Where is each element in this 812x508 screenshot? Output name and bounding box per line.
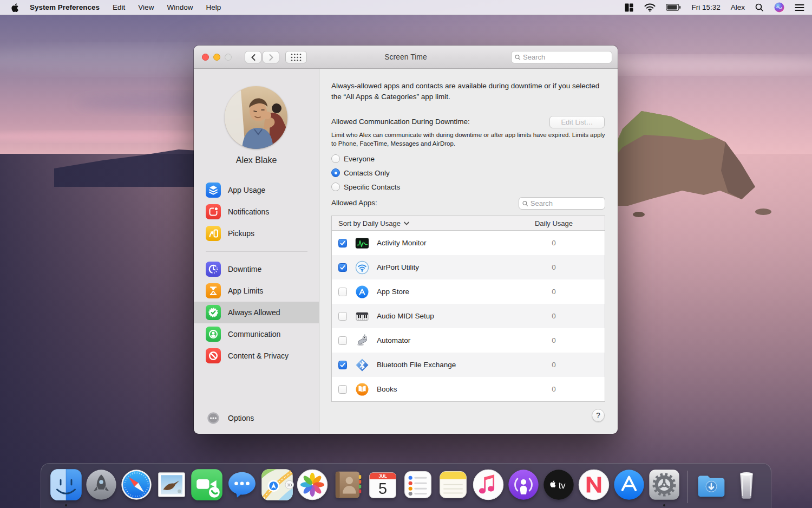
content-privacy-icon bbox=[206, 348, 221, 363]
table-row[interactable]: App Store 0 bbox=[332, 279, 605, 304]
table-row[interactable]: Bluetooth File Exchange 0 bbox=[332, 353, 605, 377]
activity-monitor-icon bbox=[355, 236, 369, 250]
options-icon bbox=[206, 411, 221, 426]
checkbox-unchecked[interactable] bbox=[338, 312, 347, 321]
app-name: App Store bbox=[377, 288, 409, 296]
dock-finder-icon[interactable] bbox=[49, 468, 83, 502]
sidebar-item-content-privacy[interactable]: Content & Privacy bbox=[194, 345, 319, 367]
window-manager-icon[interactable] bbox=[624, 3, 634, 12]
apple-menu-icon[interactable] bbox=[11, 3, 19, 12]
sidebar-item-app-usage[interactable]: App Usage bbox=[194, 179, 319, 201]
menubar-app-name[interactable]: System Preferences bbox=[30, 3, 100, 11]
dock-music-icon[interactable] bbox=[472, 468, 505, 502]
sidebar-label: Notifications bbox=[228, 207, 269, 216]
titlebar[interactable]: Screen Time bbox=[194, 45, 618, 69]
checkbox-unchecked[interactable] bbox=[338, 385, 347, 394]
battery-icon[interactable] bbox=[666, 4, 681, 11]
menu-window[interactable]: Window bbox=[167, 3, 193, 11]
app-name: Automator bbox=[377, 336, 410, 344]
dock-safari-icon[interactable] bbox=[120, 468, 153, 502]
menu-edit[interactable]: Edit bbox=[113, 3, 125, 11]
dock-podcasts-icon[interactable] bbox=[507, 468, 540, 502]
sidebar-label: Options bbox=[228, 414, 254, 422]
checkbox-checked[interactable] bbox=[338, 263, 347, 272]
sidebar-item-always-allowed[interactable]: Always Allowed bbox=[194, 302, 319, 323]
radio-circle[interactable] bbox=[331, 168, 340, 177]
help-button[interactable]: ? bbox=[592, 409, 605, 422]
dock-maps-icon[interactable]: 3D bbox=[260, 468, 294, 502]
dock-calendar-icon[interactable]: JUL5 bbox=[366, 468, 400, 502]
radio-everyone[interactable]: Everyone bbox=[331, 152, 375, 166]
dock-notes-icon[interactable] bbox=[436, 468, 470, 502]
menubar-clock[interactable]: Fri 15:32 bbox=[691, 3, 720, 11]
checkbox-unchecked[interactable] bbox=[338, 288, 347, 296]
checkbox-checked[interactable] bbox=[338, 361, 347, 369]
communication-description: Limit who Alex can communicate with duri… bbox=[331, 131, 606, 148]
app-usage: 0 bbox=[538, 263, 570, 271]
downtime-icon bbox=[206, 262, 221, 277]
profile-name: Alex Blake bbox=[194, 155, 319, 165]
toolbar-search-field[interactable] bbox=[511, 51, 612, 63]
sort-dropdown[interactable]: Sort by Daily Usage bbox=[332, 219, 409, 227]
dock-mail-icon[interactable] bbox=[155, 468, 188, 502]
apps-search-field[interactable] bbox=[519, 197, 605, 210]
usage-header: Daily Usage bbox=[524, 219, 584, 227]
table-row[interactable]: AirPort Utility 0 bbox=[332, 255, 605, 279]
app-usage: 0 bbox=[538, 336, 570, 344]
sidebar: Alex Blake App Usage Notifications Picku… bbox=[194, 69, 319, 434]
menubar-user[interactable]: Alex bbox=[731, 3, 745, 11]
dock-reminders-icon[interactable] bbox=[401, 468, 435, 502]
checkbox-unchecked[interactable] bbox=[338, 336, 347, 345]
wifi-icon[interactable] bbox=[644, 3, 656, 12]
app-limits-icon bbox=[206, 283, 221, 298]
radio-circle[interactable] bbox=[331, 154, 340, 163]
toolbar-search-input[interactable] bbox=[523, 53, 612, 61]
pickups-icon bbox=[206, 226, 221, 241]
sort-header-label: Sort by Daily Usage bbox=[338, 219, 401, 227]
dock-launchpad-icon[interactable] bbox=[84, 468, 118, 502]
sidebar-item-pickups[interactable]: Pickups bbox=[194, 223, 319, 244]
table-row[interactable]: Automator 0 bbox=[332, 328, 605, 353]
dock-downloads-icon[interactable] bbox=[695, 468, 728, 502]
airport-utility-icon bbox=[355, 260, 369, 275]
app-usage: 0 bbox=[538, 361, 570, 369]
siri-icon[interactable] bbox=[774, 2, 784, 12]
dock-divider bbox=[687, 471, 688, 503]
checkbox-checked[interactable] bbox=[338, 239, 347, 248]
allowed-communication-label: Allowed Communication During Downtime: bbox=[331, 118, 470, 126]
sidebar-item-downtime[interactable]: Downtime bbox=[194, 258, 319, 280]
dock-news-icon[interactable] bbox=[577, 468, 611, 502]
table-row[interactable]: Books 0 bbox=[332, 377, 605, 401]
dock-facetime-icon[interactable] bbox=[190, 468, 224, 502]
radio-circle[interactable] bbox=[331, 183, 340, 191]
dock-photos-icon[interactable] bbox=[296, 468, 329, 502]
sidebar-item-options[interactable]: Options bbox=[194, 407, 319, 429]
dock-contacts-icon[interactable] bbox=[331, 468, 364, 502]
dock-system-preferences-icon[interactable] bbox=[647, 468, 681, 502]
dock-trash-icon[interactable] bbox=[730, 468, 763, 502]
app-usage: 0 bbox=[538, 288, 570, 296]
avatar[interactable] bbox=[225, 86, 287, 149]
sidebar-item-notifications[interactable]: Notifications bbox=[194, 201, 319, 223]
table-row[interactable]: Audio MIDI Setup 0 bbox=[332, 304, 605, 328]
app-name: Books bbox=[377, 385, 397, 393]
sidebar-divider bbox=[206, 251, 307, 252]
radio-contacts-only[interactable]: Contacts Only bbox=[331, 166, 390, 180]
notification-center-icon[interactable] bbox=[795, 4, 804, 11]
dock: 3D JUL5 tv bbox=[41, 463, 771, 508]
table-row[interactable]: Activity Monitor 0 bbox=[332, 231, 605, 255]
menu-view[interactable]: View bbox=[138, 3, 154, 11]
running-indicator bbox=[663, 504, 665, 506]
apps-search-input[interactable] bbox=[531, 199, 605, 207]
chevron-down-icon bbox=[404, 222, 409, 225]
dock-messages-icon[interactable] bbox=[225, 468, 259, 502]
app-store-icon bbox=[355, 285, 369, 299]
sidebar-item-communication[interactable]: Communication bbox=[194, 323, 319, 345]
radio-specific-contacts[interactable]: Specific Contacts bbox=[331, 180, 400, 194]
menu-help[interactable]: Help bbox=[206, 3, 221, 11]
dock-appletv-icon[interactable]: tv bbox=[542, 468, 575, 502]
sidebar-item-app-limits[interactable]: App Limits bbox=[194, 280, 319, 302]
spotlight-search-icon[interactable] bbox=[755, 3, 764, 12]
dock-appstore-icon[interactable] bbox=[612, 468, 646, 502]
edit-list-button[interactable]: Edit List… bbox=[549, 116, 605, 128]
